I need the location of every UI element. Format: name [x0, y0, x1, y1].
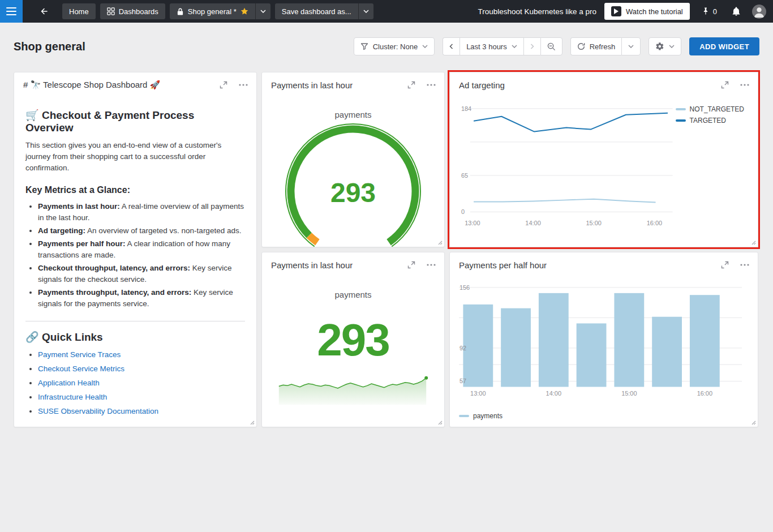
- cluster-filter-label: Cluster: None: [373, 42, 418, 51]
- chart-legend: NOT_TARGETED TARGETED: [676, 105, 744, 125]
- page-header: Shop general Cluster: None Last 3 hours: [0, 23, 773, 55]
- metric-item: Payments per half hour: A clear indicati…: [38, 238, 245, 261]
- link-suse-observability-docs[interactable]: SUSE Observability Documentation: [38, 407, 158, 415]
- widget-markdown-overview: # 🔭 Telescope Shop Dashboard 🚀 🛒 Checkou…: [14, 72, 257, 427]
- save-dashboard-as-button[interactable]: Save dashboard as...: [275, 3, 358, 19]
- bell-icon: [732, 7, 741, 16]
- payments-bar-chart: 156925713:0014:0015:0016:00: [450, 277, 758, 427]
- md-metrics-heading: Key Metrics at a Glance:: [25, 185, 245, 195]
- user-avatar[interactable]: [752, 5, 766, 19]
- targeted-swatch: [676, 119, 686, 122]
- chevron-left-icon: [449, 44, 453, 49]
- widget-menu-button[interactable]: [738, 82, 751, 88]
- refresh-label: Refresh: [590, 42, 616, 51]
- link-payment-service-traces[interactable]: Payment Service Traces: [38, 350, 121, 359]
- resize-handle[interactable]: [250, 420, 255, 425]
- time-back-button[interactable]: [443, 37, 459, 55]
- pinned-items-button[interactable]: 0: [698, 3, 720, 19]
- widget-menu-button[interactable]: [738, 262, 751, 268]
- chart-legend: payments: [459, 412, 503, 420]
- resize-handle[interactable]: [437, 420, 443, 425]
- metrics-list: Payments in last hour: A real-time overv…: [38, 201, 245, 310]
- save-as-caret[interactable]: [358, 3, 373, 19]
- expand-widget-button[interactable]: [218, 79, 229, 91]
- metric-item: Ad targeting: An overview of targeted vs…: [38, 225, 245, 237]
- list-item: Application Health: [38, 377, 245, 389]
- arrow-left-icon: [40, 7, 49, 16]
- big-number-value: 293: [317, 318, 389, 363]
- time-range-label: Last 3 hours: [466, 42, 507, 51]
- dashboard-grid: # 🔭 Telescope Shop Dashboard 🚀 🛒 Checkou…: [14, 72, 759, 427]
- pin-count-badge: 0: [713, 7, 717, 16]
- ellipsis-icon: [239, 84, 248, 86]
- ellipsis-icon: [427, 264, 436, 266]
- link-checkout-service-metrics[interactable]: Checkout Service Metrics: [38, 364, 124, 373]
- metric-item: Payments in last hour: A real-time overv…: [38, 201, 245, 224]
- current-dashboard-button[interactable]: Shop general *: [170, 3, 255, 19]
- svg-text:16:00: 16:00: [647, 220, 662, 226]
- chevron-down-icon: [260, 10, 266, 13]
- refresh-button[interactable]: Refresh: [570, 37, 622, 55]
- widget-title: Ad targeting: [459, 80, 505, 90]
- notifications-button[interactable]: [728, 3, 744, 20]
- svg-text:15:00: 15:00: [621, 390, 637, 397]
- expand-widget-button[interactable]: [406, 79, 417, 91]
- favorite-star-icon[interactable]: [241, 7, 248, 15]
- zoom-out-time-button[interactable]: [540, 37, 562, 55]
- main-menu-button[interactable]: [0, 0, 23, 23]
- cluster-filter-button[interactable]: Cluster: None: [354, 37, 435, 55]
- filter-funnel-icon: [360, 42, 368, 50]
- link-application-health[interactable]: Application Health: [38, 379, 100, 387]
- expand-widget-button[interactable]: [719, 259, 731, 271]
- home-label: Home: [69, 7, 89, 16]
- chevron-right-icon: [530, 44, 534, 49]
- quick-links-list: Payment Service Traces Checkout Service …: [38, 349, 245, 417]
- promo-text: Troubleshoot Kubernetes like a pro: [478, 7, 596, 16]
- widget-menu-button[interactable]: [237, 82, 250, 88]
- series-label: payments: [334, 110, 371, 119]
- series-label: payments: [334, 290, 371, 299]
- svg-text:16:00: 16:00: [697, 390, 712, 397]
- svg-text:156: 156: [459, 284, 470, 291]
- gauge-chart: 293: [277, 121, 430, 247]
- back-button[interactable]: [36, 3, 52, 19]
- legend-item: TARGETED: [676, 117, 744, 125]
- hamburger-icon: [6, 7, 16, 15]
- resize-handle[interactable]: [751, 240, 756, 245]
- dashboard-settings-button[interactable]: [649, 37, 681, 55]
- expand-icon: [220, 81, 227, 89]
- pin-icon: [701, 7, 710, 16]
- expand-widget-button[interactable]: [406, 259, 417, 271]
- save-as-label: Save dashboard as...: [282, 7, 351, 16]
- list-item: Infrastructure Health: [38, 392, 245, 403]
- resize-handle[interactable]: [437, 240, 443, 245]
- time-forward-button[interactable]: [523, 37, 540, 55]
- svg-text:92: 92: [459, 345, 466, 351]
- refresh-options-caret[interactable]: [621, 37, 641, 55]
- current-dashboard-label: Shop general *: [188, 7, 237, 16]
- play-icon: [611, 6, 621, 16]
- dashboard-switcher-caret[interactable]: [255, 3, 270, 19]
- time-range-group: Last 3 hours: [443, 37, 562, 55]
- widget-menu-button[interactable]: [425, 82, 437, 88]
- link-infrastructure-health[interactable]: Infrastructure Health: [38, 393, 107, 401]
- zoom-out-icon: [547, 42, 556, 51]
- watch-tutorial-button[interactable]: Watch the tutorial: [604, 3, 690, 20]
- list-item: Checkout Service Metrics: [38, 363, 245, 375]
- add-widget-button[interactable]: ADD WIDGET: [689, 37, 759, 55]
- dashboards-button[interactable]: Dashboards: [100, 3, 165, 19]
- not-targeted-swatch: [676, 108, 686, 110]
- svg-text:65: 65: [461, 172, 468, 179]
- widget-menu-button[interactable]: [425, 262, 437, 268]
- expand-widget-button[interactable]: [719, 79, 731, 91]
- widget-payments-number: Payments in last hour payments 293: [261, 252, 445, 427]
- home-button[interactable]: Home: [62, 3, 96, 19]
- time-range-button[interactable]: Last 3 hours: [459, 37, 523, 55]
- chevron-down-icon: [422, 45, 428, 48]
- top-navbar: Home Dashboards Shop general * Save dash…: [0, 0, 773, 23]
- legend-item: NOT_TARGETED: [676, 105, 744, 113]
- lock-icon: [177, 7, 184, 16]
- resize-handle[interactable]: [751, 420, 756, 425]
- expand-icon: [407, 81, 415, 89]
- md-intro: This section gives you an end-to-end vie…: [25, 140, 245, 174]
